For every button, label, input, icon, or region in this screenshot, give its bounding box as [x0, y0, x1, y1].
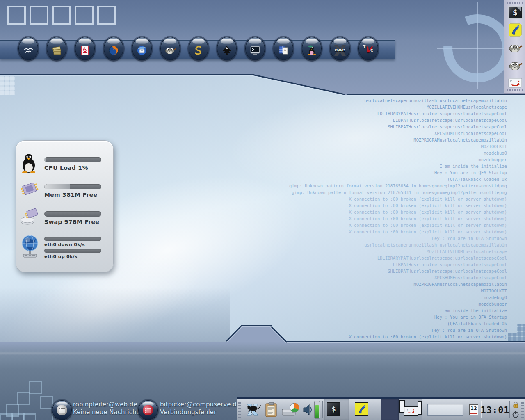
- task-button-bluefish[interactable]: [355, 402, 368, 416]
- console-line: Hey : You are in QFA Shutdown: [244, 235, 507, 242]
- desktop: usrlocalnetscaperunmozillash usrlocalnet…: [0, 0, 525, 420]
- lock-icon: [512, 401, 519, 409]
- console-line: SHLIBPATHusrlocalnetscape:usrlocalnetsca…: [244, 123, 507, 130]
- console-line: mozdebug0: [244, 294, 507, 301]
- clipboard-button[interactable]: [263, 401, 279, 418]
- calendar-red-bar: [470, 413, 477, 414]
- swap-label: Swap 976M Free: [44, 219, 99, 225]
- console-line: (QFA)Talkback loaded Ok: [244, 176, 507, 183]
- volume-slider[interactable]: [314, 401, 320, 418]
- system-monitor-widget[interactable]: CPU Load 1% Mem 381M Free Swap 976M Free…: [16, 140, 114, 272]
- documents-icon: [274, 37, 293, 60]
- eth0-down-bar: [44, 237, 101, 241]
- deco-square: [52, 6, 71, 25]
- tvc-letter-c: C: [370, 48, 373, 52]
- calendar-applet[interactable]: 12: [469, 404, 478, 415]
- logout-button[interactable]: [512, 411, 519, 418]
- dock-gimp[interactable]: [508, 42, 523, 54]
- memory-fill: [44, 184, 70, 189]
- launcher-thunderbird[interactable]: [132, 37, 152, 60]
- memory-label: Mem 381M Free: [44, 192, 97, 198]
- taskbar-empty-area: [427, 404, 463, 416]
- pager-desktop-2[interactable]: [399, 399, 422, 420]
- disk-usage-button[interactable]: [281, 402, 300, 417]
- launcher-scribus[interactable]: [189, 37, 208, 60]
- launcher-gimp[interactable]: [160, 37, 180, 60]
- console-line: X connection to :00 broken (explicit kil…: [244, 209, 507, 215]
- plane-document-icon: [508, 78, 522, 88]
- launcher-tv-viewer[interactable]: TVC: [358, 37, 378, 60]
- launcher-xmms[interactable]: XMMS: [330, 37, 350, 60]
- deco-square-outline: [23, 413, 36, 420]
- console-line: gimp: Unknown pattern format version 218…: [244, 189, 507, 196]
- deco-square: [7, 6, 26, 25]
- console-line: MOZPROGRAMusrlocalnetscapemozillabin: [244, 137, 507, 143]
- bluefish-icon: [356, 404, 368, 415]
- wallpaper-border: [0, 74, 254, 75]
- console-log: usrlocalnetscaperunmozillash usrlocalnet…: [244, 97, 507, 340]
- xmms-icon: XMMS: [331, 37, 349, 60]
- cpu-load-bar: [44, 157, 101, 162]
- volume-slider-track[interactable]: [314, 401, 320, 419]
- panel-perforation: [521, 402, 524, 418]
- pager-desktop-1[interactable]: [381, 399, 399, 420]
- console-line: mozdebugger: [244, 301, 507, 307]
- volume-slider-fill: [315, 405, 319, 418]
- power-icon: [512, 411, 519, 418]
- console-line: usrlocalnetscaperunmozillash usrlocalnet…: [244, 97, 507, 104]
- cpu-load-fill: [44, 157, 46, 162]
- inkscape-icon: [217, 37, 236, 60]
- mail-status: Verbindungsfehler: [160, 409, 240, 416]
- console-line: X connection to :00 broken (explicit kil…: [244, 215, 507, 222]
- dollar-terminal-icon: $: [508, 6, 523, 19]
- volume-button[interactable]: [302, 402, 313, 417]
- mail-address: bitpicker@compuserve.de: [160, 401, 240, 409]
- scribus-icon: [189, 37, 208, 60]
- launcher-terminal[interactable]: [245, 37, 265, 60]
- money-icon: [47, 37, 66, 60]
- pager-window[interactable]: [418, 401, 422, 415]
- launcher-office-documents[interactable]: [274, 37, 293, 60]
- memory-bar: [44, 184, 101, 189]
- launcher-acrobat-reader[interactable]: [75, 37, 95, 60]
- console-line: mozdebugger: [244, 156, 507, 163]
- dock-bluefish[interactable]: [508, 23, 523, 37]
- console-line: LIBPATHusrlocalnetscape:usrlocalnetscape…: [244, 117, 507, 123]
- console-line: MOZTOOLKIT: [244, 143, 507, 150]
- mail-status: Keine neue Nachricht: [73, 409, 139, 416]
- stamp-gray-icon: [57, 405, 67, 415]
- console-line: XPCSHOMEusrlocalnetscapeCool: [244, 130, 507, 137]
- acrobat-icon: [75, 37, 94, 60]
- console-line: MOZTOOLKIT: [244, 288, 507, 294]
- panel-clock[interactable]: 13:01: [482, 403, 509, 417]
- swap-bar: [44, 211, 101, 217]
- dock-plane-document[interactable]: [508, 77, 523, 89]
- openoffice-icon: [19, 37, 38, 60]
- mail-account-1-button[interactable]: [52, 400, 72, 420]
- lock-button[interactable]: [512, 401, 519, 409]
- console-line: (QFA)Talkback loaded Ok: [244, 320, 507, 327]
- dollar-glyph: $: [331, 406, 336, 413]
- launcher-openoffice[interactable]: [18, 37, 38, 60]
- launcher-firefox[interactable]: [104, 37, 123, 60]
- taskbar-panel: $ 12 13:01: [237, 399, 525, 420]
- gimp-icon: [161, 37, 180, 60]
- gimp-icon: [508, 43, 523, 54]
- panel-divider: [322, 401, 323, 418]
- console-line: LDLIBRARYPATHusrlocalnetscape:usrlocalne…: [244, 255, 507, 261]
- launcher-money-manager[interactable]: [47, 37, 66, 60]
- console-line: LDLIBRARYPATHusrlocalnetscape:usrlocalne…: [244, 110, 507, 117]
- volume-speaker-icon: [302, 402, 313, 417]
- mail-account-2-button[interactable]: [138, 400, 158, 420]
- launcher-inkscape[interactable]: [217, 37, 237, 60]
- dock-perforation: [507, 89, 523, 91]
- dock-dollar-terminal[interactable]: $: [508, 6, 523, 19]
- launcher-tuxpaint[interactable]: [302, 37, 322, 60]
- x11-rat-button[interactable]: [244, 402, 262, 418]
- stamp-red-icon: [143, 405, 153, 415]
- pager-window-plane[interactable]: [404, 406, 418, 416]
- dollar-glyph: $: [513, 9, 518, 16]
- console-line: X connection to :00 broken (explicit kil…: [244, 333, 507, 340]
- task-button-dollar-terminal[interactable]: $: [327, 402, 340, 416]
- dock-gimp-2[interactable]: [508, 59, 523, 72]
